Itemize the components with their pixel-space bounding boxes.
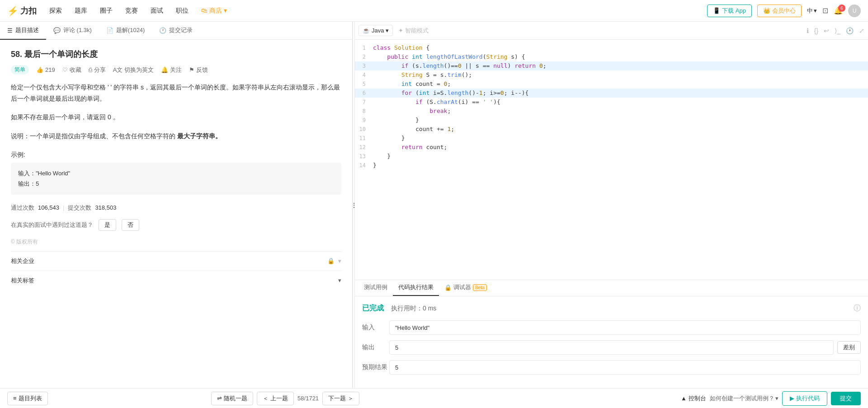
run-code-button[interactable]: ▶ 执行代码 — [782, 391, 827, 406]
related-tags-label: 相关标签 — [11, 277, 34, 285]
example-box: 输入："Hello World" 输出：5 — [11, 163, 341, 195]
problem-content: 58. 最后一个单词的长度 简单 👍 219 ♡ 收藏 ⎙ 分享 A文 切换为英… — [0, 40, 352, 388]
chevron-down-icon[interactable]: ▾ — [338, 258, 341, 264]
translate-action[interactable]: A文 切换为英文 — [113, 66, 154, 74]
description-icon: ☰ — [7, 27, 13, 34]
tab-execution-result[interactable]: 代码执行结果 — [393, 280, 439, 296]
undo-icon[interactable]: ↩ — [824, 27, 829, 34]
language-selector[interactable]: 中 ▾ — [807, 7, 817, 15]
smart-icon: ✦ — [398, 27, 403, 34]
interview-no-button[interactable]: 否 — [122, 219, 139, 231]
diff-button[interactable]: 差别 — [837, 341, 861, 354]
tab-comments[interactable]: 💬 评论 (1.3k) — [46, 22, 99, 40]
footer: ≡ 题目列表 ⇌ 随机一题 ＜ 上一题 58/1721 下一题 ＞ ▲ 控制台 … — [0, 388, 868, 408]
logo[interactable]: ⚡ 力扣 — [7, 5, 37, 16]
result-status-row: 已完成 执行用时：0 ms ⓘ — [362, 304, 861, 313]
footer-left: ≡ 题目列表 — [7, 392, 48, 405]
random-problem-button[interactable]: ⇌ 随机一题 — [211, 392, 253, 405]
logo-text: 力扣 — [20, 5, 37, 16]
expected-value: 5 — [389, 360, 861, 375]
lock-icon: 🔒 — [444, 284, 452, 291]
how-to-create-test-button[interactable]: 如何创建一个测试用例？ ▾ — [710, 394, 778, 403]
settings-icon[interactable]: ⟩_ — [835, 27, 840, 34]
heart-icon: ♡ — [62, 66, 68, 73]
input-row: 输入 "Hello World" — [362, 320, 861, 335]
vip-icon: 👑 — [763, 7, 770, 14]
submissions-icon: 🕐 — [159, 27, 166, 34]
like-action[interactable]: 👍 219 — [36, 66, 55, 73]
follow-icon: 🔔 — [161, 66, 168, 73]
chevron-down-icon: ▾ — [814, 7, 817, 14]
clock-icon[interactable]: 🕐 — [846, 27, 854, 34]
fullscreen-button[interactable]: ⊡ — [822, 6, 828, 15]
format-icon[interactable]: {} — [814, 27, 818, 34]
result-tabs: 测试用例 代码执行结果 🔒 调试器 Beta — [355, 280, 868, 296]
editor-toolbar: ℹ {} ↩ ⟩_ 🕐 ⤢ — [807, 27, 864, 34]
problem-note: 如果不存在最后一个单词，请返回 0 。 — [11, 112, 341, 123]
problem-page-number: 58/1721 — [297, 395, 319, 402]
solutions-icon: 📄 — [106, 27, 113, 34]
translate-icon: A文 — [113, 66, 123, 74]
expected-row: 预期结果 5 — [362, 360, 861, 375]
left-panel: ☰ 题目描述 💬 评论 (1.3k) 📄 题解(1024) 🕐 提交记录 58.… — [0, 22, 353, 388]
related-companies-section: 相关企业 🔒 ▾ — [11, 251, 341, 271]
nav-jobs[interactable]: 职位 — [174, 7, 190, 15]
share-action[interactable]: ⎙ 分享 — [89, 66, 106, 74]
lock-icon: 🔒 — [327, 258, 335, 264]
smart-mode-toggle[interactable]: ✦ 智能模式 — [398, 27, 429, 35]
submit-button[interactable]: 提交 — [831, 392, 861, 405]
tab-debugger[interactable]: 🔒 调试器 Beta — [439, 280, 492, 296]
code-line-8: 8 break; — [355, 107, 868, 116]
tab-description[interactable]: ☰ 题目描述 — [0, 22, 46, 40]
nav-explore[interactable]: 探索 — [47, 7, 64, 15]
collect-action[interactable]: ♡ 收藏 — [62, 66, 81, 74]
language-dropdown[interactable]: ☕ Java ▾ — [359, 25, 393, 36]
console-button[interactable]: ▲ 控制台 — [681, 394, 706, 403]
problem-list-button[interactable]: ≡ 题目列表 — [7, 392, 48, 405]
nav-community[interactable]: 圈子 — [98, 7, 114, 15]
code-line-11: 11 } — [355, 134, 868, 143]
feedback-action[interactable]: ⚑ 反馈 — [189, 66, 208, 74]
nav-problems[interactable]: 题库 — [73, 7, 89, 15]
prev-problem-button[interactable]: ＜ 上一题 — [257, 392, 294, 405]
tab-test-cases[interactable]: 测试用例 — [359, 280, 393, 296]
output-label: 输出 — [362, 343, 389, 352]
console-icon: ▲ — [681, 395, 687, 402]
result-content: 已完成 执行用时：0 ms ⓘ 输入 "Hello World" 输出 5 差别… — [355, 296, 868, 388]
code-line-1: 1 class Solution { — [355, 43, 868, 52]
nav-shop[interactable]: 🛍 商店 ▾ — [199, 7, 229, 15]
list-icon: ≡ — [13, 395, 17, 402]
vip-center-button[interactable]: 👑 会员中心 — [757, 5, 802, 17]
code-line-7: 7 if (S.charAt(i) == ' '){ — [355, 98, 868, 107]
problem-meta: 简单 👍 219 ♡ 收藏 ⎙ 分享 A文 切换为英文 — [11, 65, 341, 75]
chevron-down-icon-tags[interactable]: ▾ — [338, 277, 341, 284]
beta-badge: Beta — [473, 284, 487, 291]
interview-yes-button[interactable]: 是 — [99, 219, 116, 231]
code-editor[interactable]: 1 class Solution { 2 public int lengthOf… — [355, 40, 868, 280]
related-companies-label: 相关企业 — [11, 257, 34, 265]
tab-submissions[interactable]: 🕐 提交记录 — [152, 22, 200, 40]
download-app-button[interactable]: 📱 下载 App — [707, 5, 752, 17]
nav-interview[interactable]: 面试 — [149, 7, 165, 15]
notification-button[interactable]: 🔔 6 — [834, 6, 843, 15]
fullscreen-icon[interactable]: ⤢ — [859, 27, 864, 34]
tab-solutions[interactable]: 📄 题解(1024) — [99, 22, 152, 40]
notification-badge: 6 — [838, 5, 845, 12]
follow-action[interactable]: 🔔 关注 — [161, 66, 182, 74]
right-panel: ☕ Java ▾ ✦ 智能模式 ℹ {} ↩ ⟩_ 🕐 ⤢ 1 class — [355, 22, 868, 388]
code-line-9: 9 } — [355, 116, 868, 125]
download-icon: 📱 — [713, 7, 720, 14]
footer-center: ⇌ 随机一题 ＜ 上一题 58/1721 下一题 ＞ — [211, 392, 359, 405]
example-input: 输入："Hello World" — [18, 168, 334, 178]
next-problem-button[interactable]: 下一题 ＞ — [322, 392, 359, 405]
main-container: ☰ 题目描述 💬 评论 (1.3k) 📄 题解(1024) 🕐 提交记录 58.… — [0, 22, 868, 388]
top-navigation: ⚡ 力扣 探索 题库 圈子 竞赛 面试 职位 🛍 商店 ▾ 📱 下载 App 👑… — [0, 0, 868, 22]
nav-contest[interactable]: 竞赛 — [123, 7, 140, 15]
bottom-panel: 测试用例 代码执行结果 🔒 调试器 Beta 已完成 执行用时：0 ms ⓘ — [355, 280, 868, 388]
info-icon[interactable]: ℹ — [807, 27, 809, 34]
user-avatar[interactable]: U — [848, 5, 861, 17]
nav-links: 探索 题库 圈子 竞赛 面试 职位 🛍 商店 ▾ — [47, 7, 229, 15]
chevron-down-icon: ▾ — [775, 395, 778, 402]
input-label: 输入 — [362, 324, 389, 332]
result-info-icon[interactable]: ⓘ — [854, 304, 861, 313]
